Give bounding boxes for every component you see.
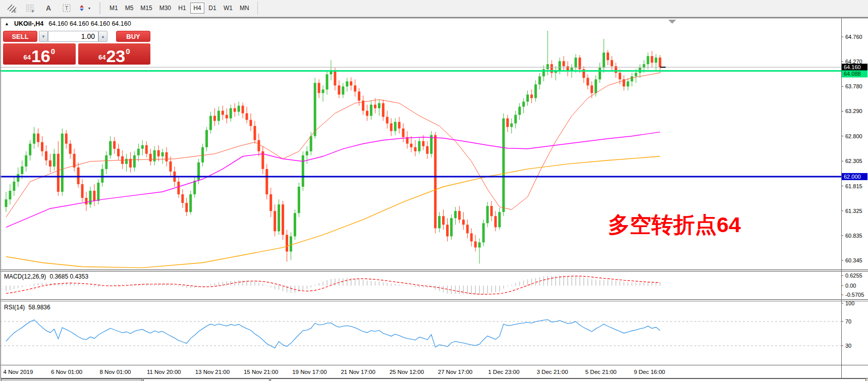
- pane-splitter: [0, 300, 868, 301]
- timeframe-MN[interactable]: MN: [237, 3, 252, 14]
- candle-body: [358, 91, 360, 100]
- macd-bar: [34, 284, 35, 286]
- candle-body: [438, 216, 441, 228]
- candle-body: [422, 141, 424, 146]
- toolbar-separator: [257, 2, 258, 15]
- macd-bar: [18, 286, 19, 288]
- macd-bar: [600, 280, 601, 286]
- tool-arrows-button[interactable]: ▾: [77, 2, 93, 14]
- macd-bar: [210, 284, 211, 286]
- candle-body: [522, 101, 525, 106]
- candle-body: [366, 111, 368, 116]
- macd-bar: [635, 283, 636, 286]
- candle-body: [290, 236, 292, 251]
- candle-body: [386, 117, 389, 124]
- macd-bar: [30, 285, 31, 286]
- candle-body: [322, 89, 324, 93]
- candle-body: [306, 151, 308, 155]
- macd-bar: [206, 285, 207, 286]
- trade-panel-row2: 64 16 0 64 23 0: [3, 43, 150, 65]
- date-tick-label: 15 Nov 21:00: [244, 369, 278, 375]
- rsi-tick-label: 30: [845, 343, 851, 349]
- chart-tab[interactable]: [270, 378, 866, 381]
- macd-bar: [547, 276, 548, 286]
- candle-body: [414, 147, 416, 151]
- macd-bar: [14, 286, 15, 289]
- rsi-value: 58.9836: [28, 304, 50, 311]
- candle-body: [446, 225, 449, 236]
- candle-body: [85, 198, 88, 204]
- timeframe-D1[interactable]: D1: [205, 3, 220, 14]
- timeframe-W1[interactable]: W1: [221, 3, 236, 14]
- candle-body: [374, 104, 376, 108]
- candle-body: [659, 58, 661, 67]
- timeframe-M30[interactable]: M30: [156, 3, 174, 14]
- ask-price-box[interactable]: 64 23 0: [78, 43, 151, 65]
- candle-body: [81, 184, 84, 198]
- candle-body: [534, 84, 537, 98]
- candle-body: [390, 124, 393, 131]
- price-tick-label: 60.835: [845, 233, 862, 239]
- candle-body: [647, 56, 649, 64]
- macd-bar: [415, 286, 416, 287]
- candle-body: [611, 60, 613, 66]
- candle-body: [242, 105, 244, 113]
- candle-body: [350, 81, 352, 85]
- macd-bar: [226, 282, 227, 286]
- macd-bar: [643, 283, 644, 286]
- timeframe-M5[interactable]: M5: [122, 3, 137, 14]
- macd-bar: [287, 286, 288, 292]
- macd-bar: [22, 286, 23, 287]
- candle-body: [41, 142, 43, 151]
- candle-body: [37, 134, 39, 142]
- tool-fibonacci-button[interactable]: F: [22, 2, 38, 14]
- candle-body: [506, 119, 509, 127]
- candle-body: [61, 134, 64, 192]
- candle-body: [109, 141, 112, 155]
- timeframe-M15[interactable]: M15: [137, 3, 155, 14]
- tool-equidistant-channel-button[interactable]: E: [4, 2, 20, 14]
- date-tick-label: 19 Nov 17:00: [292, 369, 327, 375]
- tool-label-button[interactable]: T: [59, 2, 75, 14]
- macd-bar: [102, 286, 103, 287]
- drawing-tools-group: EFAT▾: [4, 2, 95, 14]
- tool-text-button[interactable]: A: [40, 2, 57, 14]
- timeframe-H1[interactable]: H1: [175, 3, 189, 14]
- candle-body: [33, 134, 35, 144]
- sell-button[interactable]: SELL: [3, 31, 37, 42]
- candle-body: [21, 167, 23, 174]
- collapse-arrow-icon[interactable]: ▲: [5, 21, 9, 26]
- candle-body: [197, 162, 200, 181]
- candle-body: [189, 194, 192, 212]
- macd-bar: [495, 286, 496, 292]
- price-tick-label: 62.305: [845, 158, 862, 164]
- candle-body: [133, 155, 136, 168]
- date-tick-label: 9 Dec 16:00: [634, 369, 665, 375]
- macd-bar: [178, 286, 179, 286]
- macd-bar: [266, 286, 267, 286]
- bid-price-box[interactable]: 64 16 0: [3, 43, 76, 65]
- candle-body: [590, 85, 593, 93]
- mt4-window: { "toolbar": { "tools": [ {"name": "equi…: [0, 0, 868, 381]
- buy-button[interactable]: BUY: [116, 31, 150, 42]
- macd-bar: [174, 285, 175, 286]
- chart-tab[interactable]: [1, 378, 142, 381]
- timeframe-H4[interactable]: H4: [190, 3, 204, 14]
- date-tick-label: 25 Nov 12:00: [390, 369, 424, 375]
- volume-decrease-button[interactable]: ▼: [39, 31, 48, 42]
- candle-body: [382, 103, 385, 117]
- chart-tab[interactable]: [143, 378, 269, 381]
- price-tick-label: 62.800: [845, 133, 862, 139]
- candle-body: [434, 135, 437, 229]
- volume-input[interactable]: [48, 31, 98, 42]
- macd-bar: [563, 276, 564, 286]
- candle-body: [442, 216, 445, 225]
- macd-bar: [359, 279, 360, 286]
- svg-text:E: E: [14, 9, 16, 13]
- timeframe-M1[interactable]: M1: [106, 3, 121, 14]
- macd-bar: [26, 286, 27, 286]
- volume-increase-button[interactable]: ▲: [98, 31, 107, 42]
- timeframe-group: M1M5M15M30H1H4D1W1MN: [106, 3, 252, 14]
- macd-bar: [303, 286, 304, 290]
- macd-bar: [455, 286, 456, 294]
